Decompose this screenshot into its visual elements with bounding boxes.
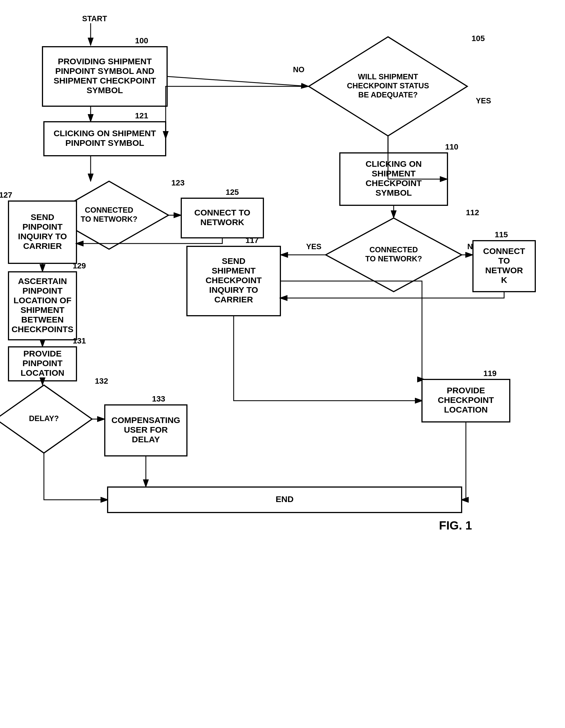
svg-text:SHIPMENT: SHIPMENT <box>372 169 415 178</box>
svg-text:129: 129 <box>73 261 86 270</box>
svg-text:PINPOINT: PINPOINT <box>22 222 63 231</box>
svg-text:DELAY: DELAY <box>132 435 160 444</box>
svg-text:CLICKING ON: CLICKING ON <box>366 159 422 168</box>
svg-text:FIG. 1: FIG. 1 <box>439 519 472 532</box>
svg-text:INQUIRY TO: INQUIRY TO <box>18 232 67 241</box>
svg-text:COMPENSATING: COMPENSATING <box>112 415 180 425</box>
svg-text:CONNECTED: CONNECTED <box>369 245 418 254</box>
svg-text:END: END <box>276 494 293 504</box>
svg-text:110: 110 <box>445 142 459 151</box>
svg-text:PINPOINT: PINPOINT <box>22 358 63 368</box>
svg-text:YES: YES <box>476 97 491 105</box>
svg-text:SYMBOL: SYMBOL <box>87 86 123 95</box>
svg-text:NO: NO <box>293 65 305 74</box>
svg-text:CONNECT TO: CONNECT TO <box>194 208 250 217</box>
svg-text:112: 112 <box>466 208 479 217</box>
svg-text:TO NETWORK?: TO NETWORK? <box>365 255 422 263</box>
svg-text:121: 121 <box>135 111 148 120</box>
svg-text:LOCATION OF: LOCATION OF <box>14 296 71 305</box>
svg-text:NETWOR: NETWOR <box>485 266 523 275</box>
svg-text:CARRIER: CARRIER <box>23 241 62 251</box>
svg-text:TO NETWORK?: TO NETWORK? <box>81 215 137 223</box>
svg-text:SHIPMENT: SHIPMENT <box>20 305 64 315</box>
svg-text:SHIPMENT CHECKPOINT: SHIPMENT CHECKPOINT <box>54 76 156 85</box>
svg-text:PROVIDE: PROVIDE <box>447 386 485 395</box>
svg-text:PINPOINT SYMBOL AND: PINPOINT SYMBOL AND <box>55 66 154 76</box>
svg-text:CHECKPOINT STATUS: CHECKPOINT STATUS <box>347 82 429 90</box>
svg-text:SEND: SEND <box>222 256 245 266</box>
svg-text:BETWEEN: BETWEEN <box>21 315 64 324</box>
svg-text:K: K <box>501 275 507 285</box>
svg-text:115: 115 <box>495 230 508 239</box>
svg-text:131: 131 <box>73 336 86 345</box>
svg-text:100: 100 <box>135 36 148 45</box>
svg-text:BE ADEQUATE?: BE ADEQUATE? <box>358 91 418 99</box>
svg-text:132: 132 <box>95 377 108 385</box>
svg-text:SYMBOL: SYMBOL <box>376 188 412 197</box>
svg-text:PROVIDE: PROVIDE <box>23 349 61 358</box>
svg-text:DELAY?: DELAY? <box>29 414 59 423</box>
svg-text:CONNECTED: CONNECTED <box>85 206 133 214</box>
svg-text:125: 125 <box>226 188 239 197</box>
svg-text:USER FOR: USER FOR <box>124 425 168 434</box>
svg-text:START: START <box>82 14 107 23</box>
svg-text:INQUIRY TO: INQUIRY TO <box>209 285 258 294</box>
svg-text:PROVIDING SHIPMENT: PROVIDING SHIPMENT <box>58 57 152 66</box>
svg-text:105: 105 <box>472 34 485 43</box>
svg-text:123: 123 <box>171 178 185 187</box>
svg-text:TO: TO <box>498 256 510 265</box>
flowchart-svg: STARTPROVIDING SHIPMENTPINPOINT SYMBOL A… <box>0 0 565 728</box>
svg-text:CLICKING ON SHIPMENT: CLICKING ON SHIPMENT <box>54 129 156 138</box>
svg-text:CONNECT: CONNECT <box>483 246 525 256</box>
svg-text:119: 119 <box>483 369 497 378</box>
svg-text:NETWORK: NETWORK <box>201 217 244 227</box>
svg-text:ASCERTAIN: ASCERTAIN <box>18 276 67 286</box>
svg-text:CHECKPOINT: CHECKPOINT <box>206 276 262 285</box>
svg-text:CARRIER: CARRIER <box>214 295 253 304</box>
svg-text:LOCATION: LOCATION <box>21 368 64 377</box>
svg-text:PINPOINT: PINPOINT <box>22 286 63 295</box>
svg-text:SHIPMENT: SHIPMENT <box>212 266 255 275</box>
diagram-container: STARTPROVIDING SHIPMENTPINPOINT SYMBOL A… <box>0 0 565 728</box>
svg-text:117: 117 <box>246 236 259 245</box>
svg-text:133: 133 <box>152 394 165 403</box>
svg-text:127: 127 <box>0 191 12 199</box>
svg-text:SEND: SEND <box>31 212 54 222</box>
svg-text:CHECKPOINT: CHECKPOINT <box>366 178 422 188</box>
svg-text:WILL SHIPMENT: WILL SHIPMENT <box>358 72 418 81</box>
svg-text:YES: YES <box>306 242 321 251</box>
svg-text:CHECKPOINTS: CHECKPOINTS <box>12 324 73 334</box>
svg-text:LOCATION: LOCATION <box>444 405 488 414</box>
svg-text:PINPOINT SYMBOL: PINPOINT SYMBOL <box>65 138 144 148</box>
svg-text:CHECKPOINT: CHECKPOINT <box>438 395 494 405</box>
